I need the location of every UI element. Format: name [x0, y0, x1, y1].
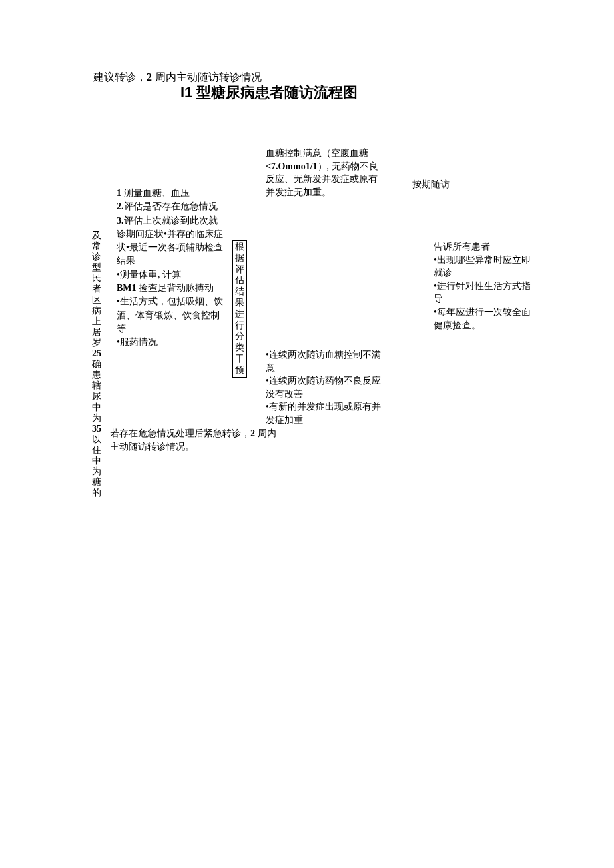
exam-text: 评估上次就诊到此次就诊期间症状•并存的临床症状•最近一次各项辅助检查结果: [117, 215, 223, 266]
examination-box: 1 测量血糖、血压 2.评估是否存在危急情况 3.评估上次就诊到此次就诊期间症状…: [117, 187, 224, 350]
classification-box: 根据评估结果进行分类干预: [232, 240, 247, 378]
unsatisfactory-box: •连续两次随访血糖控制不满意 •连续两次随访药物不良反应没有改善 •有新的并发症…: [266, 348, 386, 427]
sat-text-a: 血糖控制满意（空腹血糖: [266, 148, 368, 158]
exam-num: 1: [117, 188, 124, 198]
exam-line: •测量体重, 计算: [117, 268, 224, 282]
vbox-line: 及常: [91, 230, 102, 252]
exam-line: •生活方式，包括吸烟、饮酒、体育锻炼、饮食控制等: [117, 295, 224, 336]
exam-bold: BM1: [117, 283, 139, 293]
exam-num: 3.: [117, 215, 124, 226]
vbox-text: 以: [92, 434, 101, 444]
vbox-number: 25: [92, 348, 101, 358]
header-note-text-c: 周内主动随访转诊情况: [155, 71, 262, 83]
header-note-bold: 2: [147, 71, 155, 83]
exam-line: 1 测量血糖、血压: [117, 187, 224, 200]
unsat-line: •有新的并发症出现或原有并发症加重: [266, 400, 386, 426]
exam-line: BM1 捡查足背动脉搏动: [117, 282, 224, 295]
population-box: 及常 诊型 民者区 病上居 岁25 确患辖 尿中为 35 以 住中为 糖的: [91, 230, 102, 498]
exam-text: 评估是否存在危急情况: [124, 201, 218, 211]
vbox-line: 确患辖: [91, 359, 102, 391]
vbox-line: 诊型: [91, 252, 102, 273]
vbox-line: 岁25: [91, 338, 102, 359]
emerg-text-a: 若存在危急情况处理后紧急转诊，: [110, 428, 250, 438]
exam-line: •服药情况: [117, 336, 224, 349]
exam-line: 3.评估上次就诊到此次就诊期间症状•并存的临床症状•最近一次各项辅助检查结果: [117, 214, 224, 268]
sat-bold: <7.Ommo1/1: [266, 161, 318, 171]
followup-label: 按期随访: [412, 178, 450, 191]
vbox-line: 尿中为: [91, 391, 102, 423]
advice-line: •进行针对性生活方式指导: [434, 280, 534, 306]
header-note-text-a: 建议转诊，: [93, 71, 147, 83]
advice-heading: 告诉所有患者: [434, 240, 534, 254]
exam-text: 捡查足背动脉搏动: [139, 283, 214, 293]
exam-text: 测量血糖、血压: [124, 188, 190, 198]
page-title: I1 型糖尿病患者随访流程图: [180, 83, 434, 103]
vbox-line: 35 以: [91, 424, 102, 445]
vbox-line: 病上居: [91, 306, 102, 338]
vbox-line: 糖的: [91, 477, 102, 498]
diagram-page: 建议转诊，2 周内主动随访转诊情况 I1 型糖尿病患者随访流程图 及常 诊型 民…: [0, 0, 614, 868]
advice-box: 告诉所有患者 •出现哪些异常时应立即就诊 •进行针对性生活方式指导 •每年应进行…: [434, 240, 534, 332]
vbox-number: 35: [92, 424, 101, 434]
vbox-line: 住中为: [91, 445, 102, 477]
emergency-note: 若存在危急情况处理后紧急转诊，2 周内主动随访转诊情况。: [110, 427, 277, 453]
vbox-text: 岁: [92, 338, 101, 348]
advice-line: •出现哪些异常时应立即就诊: [434, 254, 534, 280]
vbox-line: 民者区: [91, 273, 102, 305]
unsat-line: •连续两次随访血糖控制不满意: [266, 348, 386, 374]
exam-num: 2.: [117, 201, 124, 211]
exam-line: 2.评估是否存在危急情况: [117, 200, 224, 213]
satisfactory-box: 血糖控制满意（空腹血糖<7.Ommo1/1）, 无药物不良反应、无新发并发症或原…: [266, 147, 386, 199]
advice-line: •每年应进行一次较全面健康捡查。: [434, 306, 534, 332]
unsat-line: •连续两次随访药物不良反应没有改善: [266, 374, 386, 400]
emerg-bold: 2: [250, 428, 258, 438]
